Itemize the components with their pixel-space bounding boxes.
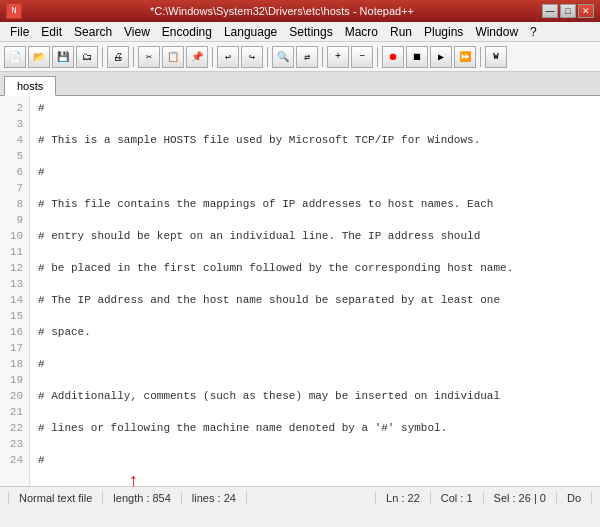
- toolbar-new[interactable]: 📄: [4, 46, 26, 68]
- toolbar-zoom-out[interactable]: −: [351, 46, 373, 68]
- app-icon: N: [6, 3, 22, 19]
- code-line-10: #: [38, 356, 592, 372]
- code-line-4: #: [38, 164, 592, 180]
- status-length: length : 854: [103, 492, 182, 504]
- editor[interactable]: 2 3 4 5 6 7 8 9 10 11 12 13 14 15 16 17 …: [0, 96, 600, 486]
- toolbar-save[interactable]: 💾: [52, 46, 74, 68]
- menu-bar: File Edit Search View Encoding Language …: [0, 22, 600, 42]
- toolbar-redo[interactable]: ↪: [241, 46, 263, 68]
- toolbar-paste[interactable]: 📌: [186, 46, 208, 68]
- toolbar-zoom-in[interactable]: +: [327, 46, 349, 68]
- status-right: Ln : 22 Col : 1 Sel : 26 | 0 Do: [375, 492, 592, 504]
- code-area[interactable]: # # This is a sample HOSTS file used by …: [30, 96, 600, 486]
- code-line-9: # space.: [38, 324, 592, 340]
- toolbar-undo[interactable]: ↩: [217, 46, 239, 68]
- up-arrow-icon: ↑: [128, 472, 139, 490]
- code-line-11: # Additionally, comments (such as these)…: [38, 388, 592, 404]
- code-line-3: # This is a sample HOSTS file used by Mi…: [38, 132, 592, 148]
- window-title: *C:\Windows\System32\Drivers\etc\hosts -…: [22, 5, 542, 17]
- code-line-8: # The IP address and the host name shoul…: [38, 292, 592, 308]
- toolbar-separator-3: [212, 47, 213, 67]
- maximize-button[interactable]: □: [560, 4, 576, 18]
- title-bar: N *C:\Windows\System32\Drivers\etc\hosts…: [0, 0, 600, 22]
- status-lines: lines : 24: [182, 492, 247, 504]
- code-line-7: # be placed in the first column followed…: [38, 260, 592, 276]
- menu-view[interactable]: View: [118, 23, 156, 41]
- menu-macro[interactable]: Macro: [339, 23, 384, 41]
- toolbar-open[interactable]: 📂: [28, 46, 50, 68]
- code-line-13: #: [38, 452, 592, 468]
- toolbar-find[interactable]: 🔍: [272, 46, 294, 68]
- toolbar-separator-4: [267, 47, 268, 67]
- status-bar: Normal text file length : 854 lines : 24…: [0, 486, 600, 508]
- status-left: Normal text file length : 854 lines : 24: [8, 492, 247, 504]
- status-sel: Sel : 26 | 0: [484, 492, 557, 504]
- status-mode: Normal text file: [8, 492, 103, 504]
- close-button[interactable]: ✕: [578, 4, 594, 18]
- code-line-12: # lines or following the machine name de…: [38, 420, 592, 436]
- status-col: Col : 1: [431, 492, 484, 504]
- toolbar-separator-1: [102, 47, 103, 67]
- toolbar-macro-play[interactable]: ▶: [430, 46, 452, 68]
- menu-plugins[interactable]: Plugins: [418, 23, 469, 41]
- toolbar-separator-6: [377, 47, 378, 67]
- menu-window[interactable]: Window: [469, 23, 524, 41]
- toolbar-print[interactable]: 🖨: [107, 46, 129, 68]
- tab-bar: hosts: [0, 72, 600, 96]
- menu-encoding[interactable]: Encoding: [156, 23, 218, 41]
- toolbar-separator-5: [322, 47, 323, 67]
- menu-settings[interactable]: Settings: [283, 23, 338, 41]
- menu-run[interactable]: Run: [384, 23, 418, 41]
- toolbar-cut[interactable]: ✂: [138, 46, 160, 68]
- toolbar-copy[interactable]: 📋: [162, 46, 184, 68]
- toolbar-replace[interactable]: ⇄: [296, 46, 318, 68]
- toolbar-save-all[interactable]: 🗂: [76, 46, 98, 68]
- menu-language[interactable]: Language: [218, 23, 283, 41]
- menu-search[interactable]: Search: [68, 23, 118, 41]
- toolbar-macro-stop[interactable]: ⏹: [406, 46, 428, 68]
- code-line-2: #: [38, 100, 592, 116]
- tab-hosts[interactable]: hosts: [4, 76, 56, 96]
- status-ln: Ln : 22: [375, 492, 431, 504]
- toolbar-separator-2: [133, 47, 134, 67]
- code-line-6: # entry should be kept on an individual …: [38, 228, 592, 244]
- window-controls: — □ ✕: [542, 4, 594, 18]
- toolbar-macro-run[interactable]: ⏩: [454, 46, 476, 68]
- status-dos: Do: [557, 492, 592, 504]
- menu-edit[interactable]: Edit: [35, 23, 68, 41]
- toolbar-separator-7: [480, 47, 481, 67]
- minimize-button[interactable]: —: [542, 4, 558, 18]
- code-line-5: # This file contains the mappings of IP …: [38, 196, 592, 212]
- code-line-14: # For example:: [38, 484, 592, 486]
- tab-label: hosts: [17, 80, 43, 92]
- toolbar-macro-record[interactable]: ⏺: [382, 46, 404, 68]
- menu-file[interactable]: File: [4, 23, 35, 41]
- menu-help[interactable]: ?: [524, 23, 543, 41]
- toolbar: 📄 📂 💾 🗂 🖨 ✂ 📋 📌 ↩ ↪ 🔍 ⇄ + − ⏺ ⏹ ▶ ⏩ W: [0, 42, 600, 72]
- toolbar-wrap[interactable]: W: [485, 46, 507, 68]
- line-numbers: 2 3 4 5 6 7 8 9 10 11 12 13 14 15 16 17 …: [0, 96, 30, 486]
